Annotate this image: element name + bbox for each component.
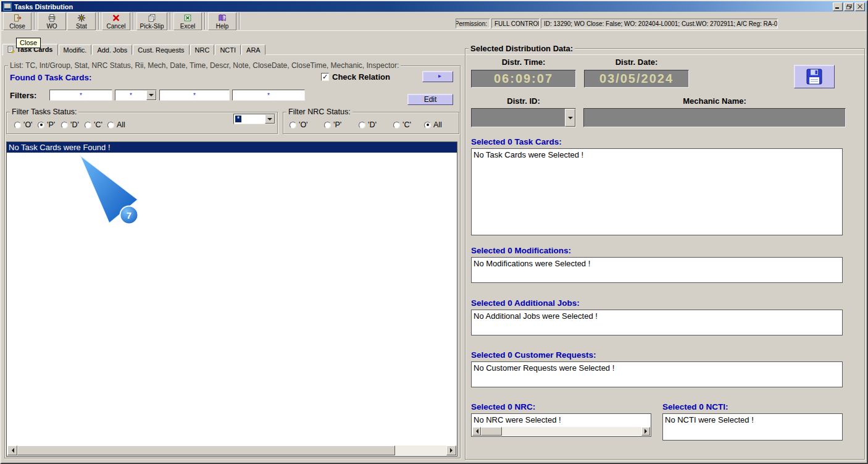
- selected-task-cards-title: Selected 0 Task Cards:: [471, 137, 562, 146]
- nrc-status-radio-all[interactable]: All: [424, 120, 442, 129]
- workorder-info: ID: 13290; WO Close: False; WO: 202404-L…: [541, 19, 778, 28]
- exit-door-icon: [12, 14, 22, 22]
- selected-nrc-title: Selected 0 NRC:: [471, 402, 535, 411]
- distr-id-combo[interactable]: [471, 108, 576, 127]
- scroll-thumb[interactable]: [17, 445, 395, 455]
- selected-task-cards-list[interactable]: No Task Cards were Selected !: [471, 148, 843, 235]
- nrc-status-radio-o[interactable]: 'O': [290, 120, 308, 129]
- nrc-status-radio-d[interactable]: 'D': [359, 120, 377, 129]
- task-list-groupbox: List: TC, Int/Group, Stat, NRC Status, R…: [4, 65, 461, 458]
- toolbar-separator: [239, 12, 240, 30]
- permission-label: Permission:: [456, 19, 490, 28]
- selected-additional-jobs-list[interactable]: No Additional Jobs were Selected !: [471, 310, 843, 335]
- scroll-right-arrow[interactable]: [446, 445, 456, 455]
- list-columns-header: List: TC, Int/Group, Stat, NRC Status, R…: [8, 61, 401, 70]
- dropdown-arrow-icon[interactable]: [265, 114, 275, 124]
- edit-button[interactable]: Edit: [407, 94, 453, 105]
- filter-input-4[interactable]: *: [232, 90, 305, 101]
- mechanic-name-field[interactable]: [583, 108, 846, 127]
- horizontal-scrollbar[interactable]: [7, 445, 456, 455]
- tasks-status-radio-all[interactable]: All: [107, 120, 125, 129]
- scroll-track[interactable]: [17, 445, 446, 455]
- distr-date-display: 03/05/2024: [584, 70, 689, 88]
- cancel-button[interactable]: Cancel: [102, 12, 130, 30]
- toolbar-separator: [34, 12, 35, 30]
- distr-time-label: Distr. Time:: [471, 57, 576, 67]
- tasks-status-radio-o[interactable]: 'O': [14, 120, 33, 129]
- toolbar-separator: [170, 12, 171, 30]
- excel-icon: [183, 14, 193, 22]
- tab-ara[interactable]: ARA: [241, 44, 265, 55]
- radio-icon: [359, 122, 365, 129]
- tab-cust-requests[interactable]: Cust. Requests: [133, 44, 189, 55]
- distr-time-display: 06:09:07: [471, 70, 576, 88]
- toolbar-separator: [133, 12, 134, 30]
- save-button[interactable]: [794, 65, 835, 88]
- minimize-icon: [835, 4, 840, 9]
- radio-icon: [107, 122, 114, 129]
- check-relation-checkbox[interactable]: Check Relation: [321, 72, 390, 82]
- tasks-status-radio-p[interactable]: 'P': [38, 120, 55, 129]
- close-window-button[interactable]: [855, 2, 865, 11]
- pick-slip-button[interactable]: Pick-Slip: [136, 12, 167, 30]
- stat-button[interactable]: Stat: [67, 12, 96, 30]
- scroll-left-arrow[interactable]: [7, 445, 17, 455]
- filter-nrc-status-group: Filter NRC Status: 'O' 'P' 'D' 'C' All: [283, 112, 459, 134]
- tab-ncti[interactable]: NCTI: [215, 44, 241, 55]
- scroll-thumb[interactable]: [481, 427, 502, 436]
- selected-ncti-title: Selected 0 NCTI:: [662, 402, 728, 411]
- scroll-right-arrow[interactable]: [641, 427, 650, 436]
- dropdown-arrow-icon[interactable]: [565, 109, 575, 127]
- task-cards-list[interactable]: No Task Cards were Found !: [6, 141, 457, 457]
- selected-additional-jobs-title: Selected 0 Additional Jobs:: [471, 298, 580, 308]
- mechanic-name-label: Mechanic Name:: [583, 96, 846, 106]
- nrc-horizontal-scrollbar[interactable]: [472, 427, 650, 436]
- nrc-status-radio-p[interactable]: 'P': [324, 120, 341, 129]
- close-button[interactable]: Close: [3, 12, 31, 30]
- tab-nrc[interactable]: NRC: [190, 44, 215, 55]
- nrc-status-radio-c[interactable]: 'C': [393, 120, 411, 129]
- selected-distribution-title: Selected Distribution Data:: [469, 44, 575, 53]
- radio-icon: [290, 122, 296, 129]
- found-count-label: Found 0 Task Cards:: [10, 73, 92, 82]
- filter-combo-2[interactable]: *: [115, 90, 157, 101]
- excel-button[interactable]: Excel: [173, 12, 202, 30]
- toolbar-separator: [98, 12, 99, 30]
- list-item-selected[interactable]: No Task Cards were Found !: [7, 142, 457, 153]
- scroll-left-arrow[interactable]: [472, 427, 481, 436]
- filters-label: Filters:: [10, 91, 36, 100]
- dropdown-arrow-icon[interactable]: [146, 90, 156, 100]
- filter-input-3[interactable]: *: [159, 90, 230, 101]
- scroll-track[interactable]: [481, 427, 641, 436]
- selected-modifications-title: Selected 0 Modifications:: [471, 246, 571, 255]
- selected-customer-requests-list[interactable]: No Customer Requests were Selected !: [471, 361, 843, 387]
- restore-button[interactable]: [844, 2, 854, 11]
- save-floppy-icon: [805, 67, 824, 86]
- status-combo[interactable]: *: [233, 114, 275, 124]
- help-book-icon: ?: [217, 14, 227, 22]
- cancel-x-icon: [111, 14, 121, 22]
- go-arrow-button[interactable]: [422, 71, 453, 82]
- window-title: Tasks Distribution: [14, 3, 832, 11]
- task-cards-tab-icon: [7, 46, 15, 53]
- tasks-status-radio-c[interactable]: 'C': [85, 120, 102, 129]
- radio-icon: [393, 122, 400, 129]
- statistics-icon: [77, 14, 86, 22]
- close-icon: [858, 4, 862, 9]
- tab-modific[interactable]: Modific.: [59, 44, 92, 55]
- pick-slip-icon: [147, 14, 157, 22]
- right-arrow-icon: [433, 73, 443, 81]
- selected-modifications-list[interactable]: No Modifications were Selected !: [471, 257, 843, 283]
- help-button[interactable]: ? Help: [208, 12, 236, 30]
- tabstrip: Task Cards Modific. Add. Jobs Cust. Requ…: [2, 44, 266, 55]
- tab-add-jobs[interactable]: Add. Jobs: [92, 44, 132, 55]
- radio-icon: [61, 122, 68, 129]
- filter-input-1[interactable]: *: [49, 90, 112, 101]
- minimize-button[interactable]: [833, 2, 843, 11]
- radio-icon: [85, 122, 91, 129]
- selected-ncti-list[interactable]: No NCTI were Selected !: [662, 413, 843, 441]
- tasks-status-radio-d[interactable]: 'D': [61, 120, 79, 129]
- selected-nrc-list[interactable]: No NRC were Selected !: [471, 413, 651, 437]
- titlebar: Tasks Distribution: [1, 1, 867, 12]
- wo-button[interactable]: WO: [38, 12, 66, 30]
